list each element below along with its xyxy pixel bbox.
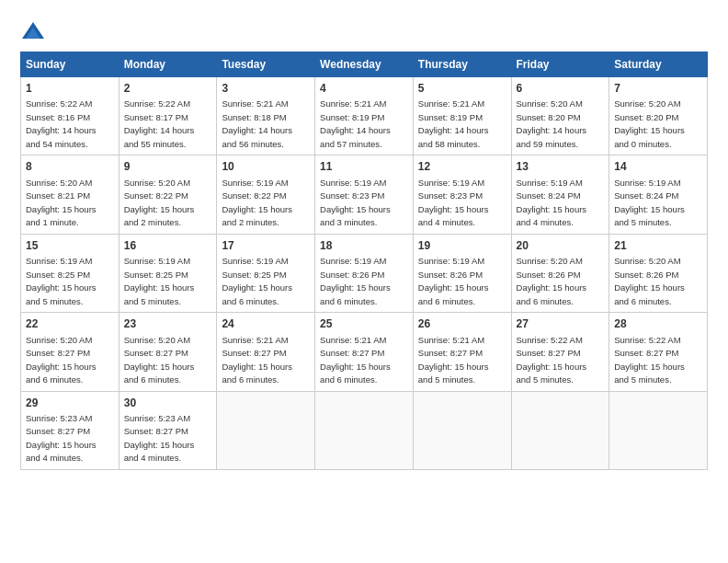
- day-cell: 26Sunrise: 5:21 AM Sunset: 8:27 PM Dayli…: [413, 313, 511, 391]
- day-info: Sunrise: 5:20 AM Sunset: 8:27 PM Dayligh…: [124, 335, 195, 385]
- day-cell: 20Sunrise: 5:20 AM Sunset: 8:26 PM Dayli…: [511, 234, 609, 312]
- day-cell: 30Sunrise: 5:23 AM Sunset: 8:27 PM Dayli…: [119, 391, 217, 469]
- day-info: Sunrise: 5:22 AM Sunset: 8:16 PM Dayligh…: [26, 98, 97, 149]
- col-header-friday: Friday: [511, 52, 609, 77]
- day-cell: 6Sunrise: 5:20 AM Sunset: 8:20 PM Daylig…: [511, 77, 609, 155]
- day-number: 24: [222, 316, 310, 332]
- day-number: 17: [222, 238, 310, 254]
- day-info: Sunrise: 5:19 AM Sunset: 8:25 PM Dayligh…: [26, 256, 97, 306]
- day-cell: 25Sunrise: 5:21 AM Sunset: 8:27 PM Dayli…: [315, 313, 414, 391]
- day-number: 13: [517, 159, 605, 175]
- week-row-0: 1Sunrise: 5:22 AM Sunset: 8:16 PM Daylig…: [21, 77, 708, 155]
- day-info: Sunrise: 5:21 AM Sunset: 8:27 PM Dayligh…: [418, 335, 489, 385]
- day-cell: 27Sunrise: 5:22 AM Sunset: 8:27 PM Dayli…: [511, 313, 609, 391]
- day-cell: 11Sunrise: 5:19 AM Sunset: 8:23 PM Dayli…: [315, 155, 414, 234]
- day-cell: [413, 391, 511, 469]
- day-cell: 28Sunrise: 5:22 AM Sunset: 8:27 PM Dayli…: [609, 313, 708, 391]
- day-cell: 16Sunrise: 5:19 AM Sunset: 8:25 PM Dayli…: [119, 234, 217, 312]
- day-info: Sunrise: 5:19 AM Sunset: 8:24 PM Dayligh…: [614, 178, 685, 228]
- day-info: Sunrise: 5:20 AM Sunset: 8:20 PM Dayligh…: [517, 98, 587, 149]
- day-number: 6: [517, 81, 605, 97]
- day-info: Sunrise: 5:19 AM Sunset: 8:23 PM Dayligh…: [320, 178, 391, 228]
- day-info: Sunrise: 5:22 AM Sunset: 8:27 PM Dayligh…: [517, 335, 587, 385]
- day-info: Sunrise: 5:19 AM Sunset: 8:26 PM Dayligh…: [320, 256, 391, 306]
- col-header-thursday: Thursday: [413, 52, 511, 77]
- day-cell: 2Sunrise: 5:22 AM Sunset: 8:17 PM Daylig…: [119, 77, 217, 155]
- day-cell: 4Sunrise: 5:21 AM Sunset: 8:19 PM Daylig…: [315, 77, 414, 155]
- day-number: 8: [26, 159, 114, 175]
- day-number: 12: [418, 159, 506, 175]
- day-number: 2: [124, 81, 212, 97]
- col-header-tuesday: Tuesday: [217, 52, 315, 77]
- day-number: 20: [517, 238, 605, 254]
- week-row-2: 15Sunrise: 5:19 AM Sunset: 8:25 PM Dayli…: [21, 234, 708, 312]
- week-row-4: 29Sunrise: 5:23 AM Sunset: 8:27 PM Dayli…: [21, 391, 708, 469]
- day-number: 15: [26, 238, 114, 254]
- day-cell: 22Sunrise: 5:20 AM Sunset: 8:27 PM Dayli…: [21, 313, 119, 391]
- day-info: Sunrise: 5:23 AM Sunset: 8:27 PM Dayligh…: [124, 413, 195, 464]
- day-info: Sunrise: 5:20 AM Sunset: 8:21 PM Dayligh…: [26, 178, 97, 228]
- day-cell: [609, 391, 708, 469]
- day-number: 27: [517, 316, 605, 332]
- day-cell: 15Sunrise: 5:19 AM Sunset: 8:25 PM Dayli…: [21, 234, 119, 312]
- day-number: 18: [320, 238, 408, 254]
- day-info: Sunrise: 5:21 AM Sunset: 8:18 PM Dayligh…: [222, 98, 292, 149]
- day-number: 11: [320, 159, 408, 175]
- day-cell: 21Sunrise: 5:20 AM Sunset: 8:26 PM Dayli…: [609, 234, 708, 312]
- day-cell: 17Sunrise: 5:19 AM Sunset: 8:25 PM Dayli…: [217, 234, 315, 312]
- day-cell: 1Sunrise: 5:22 AM Sunset: 8:16 PM Daylig…: [21, 77, 119, 155]
- day-info: Sunrise: 5:21 AM Sunset: 8:27 PM Dayligh…: [222, 335, 292, 385]
- week-row-3: 22Sunrise: 5:20 AM Sunset: 8:27 PM Dayli…: [21, 313, 708, 391]
- day-cell: 8Sunrise: 5:20 AM Sunset: 8:21 PM Daylig…: [21, 155, 119, 234]
- day-number: 28: [614, 316, 702, 332]
- header-row: SundayMondayTuesdayWednesdayThursdayFrid…: [21, 52, 708, 77]
- calendar-header: SundayMondayTuesdayWednesdayThursdayFrid…: [21, 52, 708, 77]
- day-info: Sunrise: 5:19 AM Sunset: 8:22 PM Dayligh…: [222, 178, 292, 228]
- col-header-monday: Monday: [119, 52, 217, 77]
- header: [20, 17, 708, 46]
- logo: [20, 20, 50, 46]
- day-info: Sunrise: 5:22 AM Sunset: 8:17 PM Dayligh…: [124, 98, 195, 149]
- day-info: Sunrise: 5:20 AM Sunset: 8:27 PM Dayligh…: [26, 335, 97, 385]
- page: SundayMondayTuesdayWednesdayThursdayFrid…: [0, 0, 728, 563]
- col-header-sunday: Sunday: [21, 52, 119, 77]
- day-cell: 12Sunrise: 5:19 AM Sunset: 8:23 PM Dayli…: [413, 155, 511, 234]
- day-cell: 7Sunrise: 5:20 AM Sunset: 8:20 PM Daylig…: [609, 77, 708, 155]
- day-cell: 9Sunrise: 5:20 AM Sunset: 8:22 PM Daylig…: [119, 155, 217, 234]
- day-number: 7: [614, 81, 702, 97]
- day-cell: 29Sunrise: 5:23 AM Sunset: 8:27 PM Dayli…: [21, 391, 119, 469]
- day-info: Sunrise: 5:20 AM Sunset: 8:20 PM Dayligh…: [614, 98, 685, 149]
- week-row-1: 8Sunrise: 5:20 AM Sunset: 8:21 PM Daylig…: [21, 155, 708, 234]
- day-number: 22: [26, 316, 114, 332]
- day-cell: [315, 391, 414, 469]
- day-info: Sunrise: 5:21 AM Sunset: 8:27 PM Dayligh…: [320, 335, 391, 385]
- day-number: 5: [418, 81, 506, 97]
- day-info: Sunrise: 5:19 AM Sunset: 8:25 PM Dayligh…: [222, 256, 292, 306]
- day-info: Sunrise: 5:21 AM Sunset: 8:19 PM Dayligh…: [418, 98, 489, 149]
- day-number: 23: [124, 316, 212, 332]
- day-number: 10: [222, 159, 310, 175]
- day-number: 14: [614, 159, 702, 175]
- day-info: Sunrise: 5:19 AM Sunset: 8:24 PM Dayligh…: [517, 178, 587, 228]
- day-cell: 23Sunrise: 5:20 AM Sunset: 8:27 PM Dayli…: [119, 313, 217, 391]
- day-info: Sunrise: 5:21 AM Sunset: 8:19 PM Dayligh…: [320, 98, 391, 149]
- day-info: Sunrise: 5:20 AM Sunset: 8:22 PM Dayligh…: [124, 178, 195, 228]
- day-number: 9: [124, 159, 212, 175]
- day-cell: 13Sunrise: 5:19 AM Sunset: 8:24 PM Dayli…: [511, 155, 609, 234]
- day-cell: 14Sunrise: 5:19 AM Sunset: 8:24 PM Dayli…: [609, 155, 708, 234]
- day-cell: [511, 391, 609, 469]
- day-cell: 5Sunrise: 5:21 AM Sunset: 8:19 PM Daylig…: [413, 77, 511, 155]
- day-number: 16: [124, 238, 212, 254]
- day-number: 3: [222, 81, 310, 97]
- day-number: 19: [418, 238, 506, 254]
- day-info: Sunrise: 5:20 AM Sunset: 8:26 PM Dayligh…: [614, 256, 685, 306]
- day-info: Sunrise: 5:20 AM Sunset: 8:26 PM Dayligh…: [517, 256, 587, 306]
- day-number: 30: [124, 396, 212, 411]
- day-number: 26: [418, 316, 506, 332]
- day-cell: 3Sunrise: 5:21 AM Sunset: 8:18 PM Daylig…: [217, 77, 315, 155]
- calendar-body: 1Sunrise: 5:22 AM Sunset: 8:16 PM Daylig…: [21, 77, 708, 470]
- day-info: Sunrise: 5:22 AM Sunset: 8:27 PM Dayligh…: [614, 335, 685, 385]
- day-info: Sunrise: 5:19 AM Sunset: 8:25 PM Dayligh…: [124, 256, 195, 306]
- day-info: Sunrise: 5:19 AM Sunset: 8:26 PM Dayligh…: [418, 256, 489, 306]
- day-info: Sunrise: 5:23 AM Sunset: 8:27 PM Dayligh…: [26, 413, 97, 464]
